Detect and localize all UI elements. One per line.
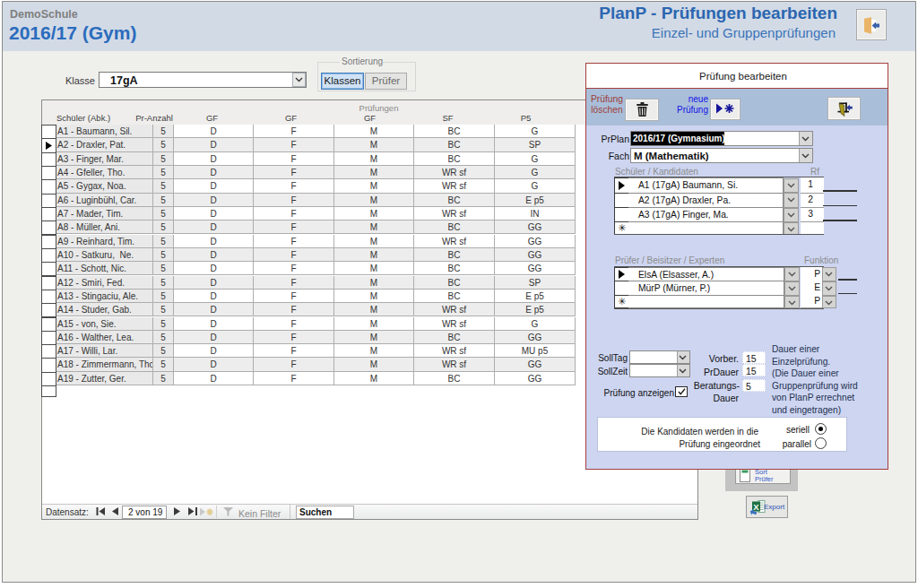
svg-text:X: X bbox=[753, 502, 759, 512]
